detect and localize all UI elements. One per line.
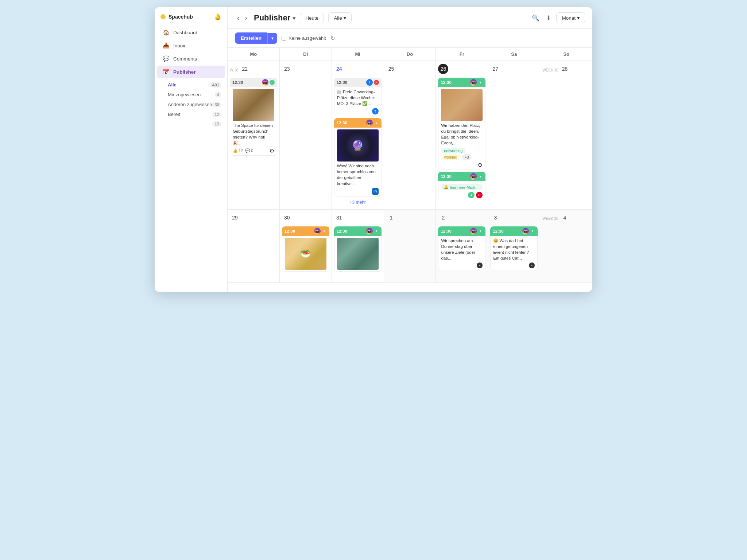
dashboard-icon: 🏠 <box>163 29 170 36</box>
subnav-alle[interactable]: Alle 401 <box>155 80 227 90</box>
search-button[interactable]: 🔍 <box>530 13 541 23</box>
post-icons-31-1: 📷 ● <box>366 228 379 234</box>
day-number-28: 28 <box>560 64 570 74</box>
post-card-31-1[interactable]: 12:30 📷 ● <box>334 226 382 272</box>
cal-header-mi: Mi <box>332 48 384 61</box>
sidebar-item-inbox[interactable]: 📥 Inbox <box>157 39 225 52</box>
create-dropdown-button[interactable]: ▾ <box>267 33 277 44</box>
insta-icon-30-1: 📷 <box>314 228 321 234</box>
keine-checkbox[interactable] <box>282 36 286 40</box>
post-icons-3-1: 📷 ● <box>522 228 535 234</box>
calendar-header: Mo Di Mi Do Fr Sa So <box>228 48 592 61</box>
subnav-19[interactable]: 19 <box>155 119 227 129</box>
post-image-26-1 <box>441 89 483 121</box>
post-time-30-1: 12:30 <box>285 229 295 233</box>
post-card-31-1-header: 12:30 📷 ● <box>334 226 382 236</box>
monat-dropdown[interactable]: Monat ▾ <box>556 12 585 23</box>
day-header-3: 3 <box>490 213 538 225</box>
subnav-bereit[interactable]: Bereit 12 <box>155 109 227 119</box>
facebook-icon: f <box>366 79 373 86</box>
x-badge-3-1: ✕ <box>529 262 535 268</box>
subnav-anderen[interactable]: Anderen zugewiesen 36 <box>155 100 227 109</box>
cal-header-so: So <box>540 48 592 61</box>
cal-day-30: 30 12:30 📷 ● 🥗 <box>280 210 332 283</box>
day-number-26: 26 <box>438 64 448 74</box>
reminder-tag: 🔔 Erinnere Mich <box>441 184 483 190</box>
cal-day-28: WEEK 38 28 <box>540 61 592 210</box>
nav-prev-button[interactable]: ‹ <box>235 13 241 23</box>
insta-icon-3-1: 📷 <box>522 228 529 234</box>
post-image-22 <box>233 89 274 121</box>
fb-square-icon <box>337 90 341 94</box>
create-button[interactable]: Erstellen <box>235 32 267 44</box>
week-label-38: W 38 <box>230 68 238 72</box>
post-icons-26-1: 📷 ● <box>470 79 483 86</box>
day-number-22: 22 <box>240 64 250 74</box>
refresh-icon[interactable]: ↻ <box>330 35 335 42</box>
status-green-2-icon: ● <box>478 174 483 179</box>
post-26-1-footer: ⊙ <box>441 162 483 168</box>
day-header-28: WEEK 38 28 <box>542 64 590 76</box>
post-time: 12:30 <box>232 80 243 85</box>
cal-day-27: 27 <box>488 61 540 210</box>
post-card-22-1[interactable]: 12:30 📷 ✓ The Space für deinen Geburtsta… <box>230 78 277 156</box>
subnav-mir[interactable]: Mir zugewiesen 4 <box>155 90 227 100</box>
post-time-2-1: 12:30 <box>441 229 451 233</box>
sidebar-header: Spacehub 🔔 <box>155 13 227 26</box>
day-number-3: 3 <box>490 213 500 223</box>
cal-day-1: 1 <box>384 210 436 283</box>
tag-networking: networking <box>441 148 465 153</box>
page-title: Publisher ▾ <box>254 13 295 23</box>
post-card-26-2[interactable]: 12:30 📷 ● 🔔 Erinnere Mich <box>438 172 485 200</box>
cal-day-23: 23 <box>280 61 332 210</box>
post-icons-30-1: 📷 ● <box>314 228 327 234</box>
nav-arrows: ‹ › <box>235 13 249 23</box>
insta-footer-icon: ⊙ <box>478 162 483 168</box>
day-header-23: 23 <box>282 64 329 76</box>
insta-icon-2-1: 📷 <box>470 228 477 234</box>
cal-day-4: WEEK 38 4 <box>540 210 592 283</box>
post-card-24-1[interactable]: 12:30 f ✕ Freie Coworking-Plätze diese W… <box>334 78 382 116</box>
post-24-2-footer: in <box>337 188 379 195</box>
instagram-footer-icon: ⊙ <box>270 147 274 154</box>
post-card-3-1-body: 😊 Was darf bei einem gelungenen Event ni… <box>490 236 538 270</box>
brand-logo[interactable]: Spacehub <box>160 14 193 20</box>
monat-label: Monat <box>562 15 576 21</box>
post-26-2-footer: ● P <box>441 192 483 198</box>
post-card-2-1[interactable]: 12:30 📷 ● Wir sprechen am Donnerstag übe… <box>438 226 485 270</box>
day-header-31: 31 <box>334 213 382 225</box>
more-link-24[interactable]: +3 mehr <box>334 198 382 206</box>
sidebar-item-publisher[interactable]: 📅 Publisher <box>157 66 225 78</box>
subnav-alle-label: Alle <box>168 82 177 88</box>
post-footer-22: 👍 12 💬 0 ⊙ <box>233 147 274 154</box>
cal-day-31: 31 12:30 📷 ● <box>332 210 384 283</box>
sidebar-label-comments: Comments <box>173 56 197 62</box>
bell-icon[interactable]: 🔔 <box>214 13 221 20</box>
post-card-26-1[interactable]: 12:30 📷 ● Wir haben den Platz, du brings… <box>438 78 485 170</box>
sidebar-item-comments[interactable]: 💬 Comments <box>157 52 225 65</box>
download-button[interactable]: ⬇ <box>545 13 553 23</box>
subnav-anderen-count: 36 <box>212 102 221 107</box>
post-card-30-1-header: 12:30 📷 ● <box>282 226 329 236</box>
day-header-26: 26 <box>438 64 485 76</box>
subnav-mir-label: Mir zugewiesen <box>168 92 201 97</box>
filter-dropdown[interactable]: Alle ▾ <box>328 12 352 23</box>
post-card-30-1[interactable]: 12:30 📷 ● 🥗 <box>282 226 329 272</box>
brand-name: Spacehub <box>169 14 193 20</box>
filter-chevron-icon: ▾ <box>344 15 346 21</box>
nav-next-button[interactable]: › <box>243 13 249 23</box>
sidebar-item-dashboard[interactable]: 🏠 Dashboard <box>157 26 225 39</box>
title-chevron-icon[interactable]: ▾ <box>293 15 295 22</box>
post-2-1-footer: ✕ <box>441 262 483 268</box>
post-card-31-1-body <box>334 236 382 272</box>
post-card-3-1[interactable]: 12:30 📷 ● 😊 Was darf bei einem gelungene… <box>490 226 538 270</box>
heute-button[interactable]: Heute <box>300 13 324 23</box>
cal-day-24: 24 12:30 f ✕ <box>332 61 384 210</box>
post-image-24-2: 🔮 <box>337 129 379 162</box>
day-number-30: 30 <box>282 213 292 223</box>
post-card-24-2[interactable]: 12:30 📷 ● 🔮 Wow! Wir sind noch immer spr… <box>334 118 382 196</box>
post-card-24-1-body: Freie Coworking-Plätze diese Woche: MO: … <box>334 87 382 116</box>
day-number-31: 31 <box>334 213 344 223</box>
day-header-4: WEEK 38 4 <box>542 213 590 225</box>
cal-day-3: 3 12:30 📷 ● 😊 Was darf bei einem gelunge… <box>488 210 540 283</box>
